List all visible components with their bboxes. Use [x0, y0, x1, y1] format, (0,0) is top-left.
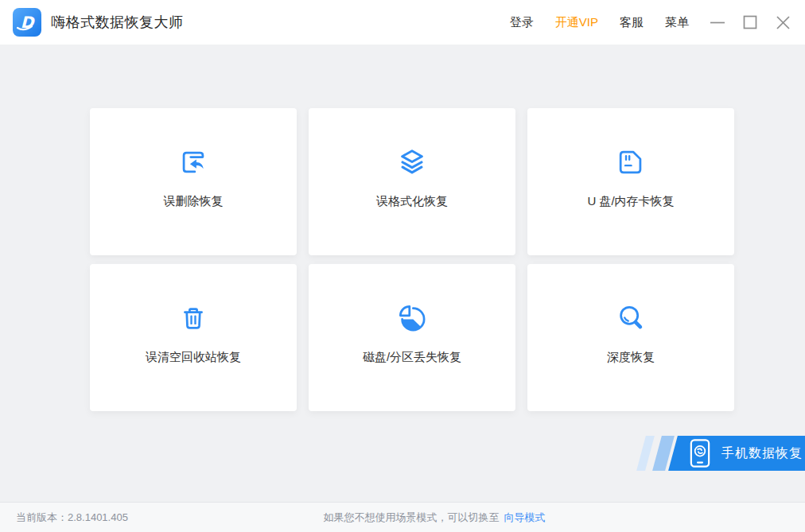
minimize-icon: [710, 14, 725, 30]
wizard-mode-link[interactable]: 向导模式: [504, 511, 546, 525]
version-number: 2.8.1401.405: [68, 511, 128, 523]
card-deep-recovery[interactable]: 深度恢复: [527, 264, 734, 411]
mode-switch-hint: 如果您不想使用场景模式，可以切换至 向导模式: [324, 503, 546, 532]
window-controls: [710, 14, 792, 30]
undo-file-icon: [174, 143, 212, 181]
app-logo-icon: D: [13, 8, 41, 37]
app-window: D 嗨格式数据恢复大师 登录 开通VIP 客服 菜单: [0, 0, 805, 532]
close-button[interactable]: [775, 14, 791, 30]
card-label: U 盘/内存卡恢复: [587, 194, 674, 209]
card-usb-card-recovery[interactable]: U 盘/内存卡恢复: [527, 108, 734, 255]
nav-customer-service[interactable]: 客服: [620, 15, 644, 30]
card-label: 误清空回收站恢复: [146, 350, 241, 365]
maximize-icon: [743, 15, 757, 29]
maximize-button[interactable]: [742, 14, 758, 30]
nav-login[interactable]: 登录: [510, 15, 534, 30]
card-recycle-recovery[interactable]: 误清空回收站恢复: [90, 264, 297, 411]
card-format-recovery[interactable]: 误格式化恢复: [309, 108, 515, 255]
phone-recovery-label: 手机数据恢复: [721, 445, 803, 462]
svg-text:D: D: [21, 13, 35, 32]
card-partition-recovery[interactable]: 磁盘/分区丢失恢复: [309, 264, 515, 411]
layers-icon: [393, 143, 431, 181]
phone-icon: [690, 438, 710, 468]
version-label: 当前版本：: [16, 511, 68, 525]
version-info: 当前版本： 2.8.1401.405: [16, 503, 128, 532]
app-title: 嗨格式数据恢复大师: [51, 13, 184, 32]
phone-recovery-banner-content[interactable]: 手机数据恢复: [678, 436, 805, 471]
card-label: 磁盘/分区丢失恢复: [363, 350, 461, 365]
mode-hint-text: 如果您不想使用场景模式，可以切换至: [324, 511, 500, 525]
top-nav: 登录 开通VIP 客服 菜单: [510, 15, 689, 30]
trash-icon: [174, 299, 212, 337]
magnifier-icon: [612, 299, 650, 337]
card-label: 误格式化恢复: [376, 194, 448, 209]
footer: 当前版本： 2.8.1401.405 如果您不想使用场景模式，可以切换至 向导模…: [0, 502, 805, 532]
card-label: 深度恢复: [607, 350, 655, 365]
card-deleted-recovery[interactable]: 误删除恢复: [90, 108, 297, 255]
close-icon: [776, 15, 791, 30]
scene-card-grid: 误删除恢复 误格式化恢复 U 盘/内存卡恢复: [90, 108, 734, 411]
sd-card-icon: [612, 143, 650, 181]
banner-stripe-light: [636, 436, 655, 471]
nav-menu[interactable]: 菜单: [665, 15, 689, 30]
pie-chart-icon: [393, 299, 431, 337]
card-label: 误删除恢复: [164, 194, 224, 209]
titlebar: D 嗨格式数据恢复大师 登录 开通VIP 客服 菜单: [0, 0, 805, 45]
minimize-button[interactable]: [710, 14, 725, 30]
nav-open-vip[interactable]: 开通VIP: [555, 15, 598, 30]
